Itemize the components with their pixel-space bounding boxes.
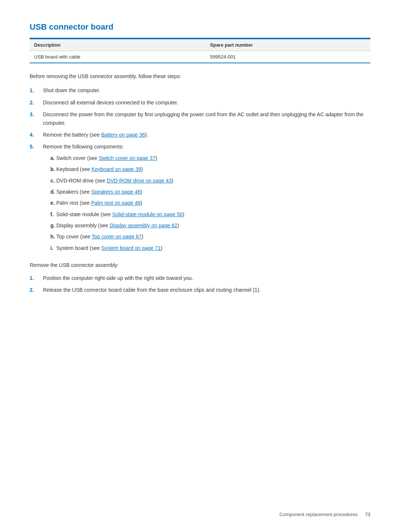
sub-step-content-e: Palm rest (see Palm rest on page 48) xyxy=(56,199,370,207)
display-assembly-link[interactable]: Display assembly on page 62 xyxy=(110,222,177,228)
list-item: d. Speakers (see Speakers on page 46) xyxy=(43,188,370,196)
page-footer: Component replacement procedures 73 xyxy=(280,512,370,517)
system-board-link[interactable]: System board on page 71 xyxy=(101,245,160,251)
footer-page-number: 73 xyxy=(365,512,370,517)
step-number-4: 4. xyxy=(30,131,43,139)
list-item: c. DVD-ROM drive (see DVD-ROM drive on p… xyxy=(43,177,370,185)
table-cell-description: USB board with cable xyxy=(30,51,206,63)
sub-step-letter-g: g. xyxy=(43,221,56,230)
sub-step-content-a: Switch cover (see Switch cover on page 3… xyxy=(56,154,370,162)
palm-rest-link[interactable]: Palm rest on page 48 xyxy=(91,200,140,206)
sub-step-letter-a: a. xyxy=(43,154,56,162)
step-number-2: 2. xyxy=(30,98,43,107)
list-item: i. System board (see System board on pag… xyxy=(43,244,370,252)
list-item: g. Display assembly (see Display assembl… xyxy=(43,221,370,230)
solid-state-link[interactable]: Solid-state module on page 50 xyxy=(112,211,183,217)
list-item: b. Keyboard (see Keyboard on page 39) xyxy=(43,165,370,173)
sub-step-content-h: Top cover (see Top cover on page 67) xyxy=(56,232,370,241)
list-item: e. Palm rest (see Palm rest on page 48) xyxy=(43,199,370,207)
top-cover-link[interactable]: Top cover on page 67 xyxy=(91,234,141,240)
remove-step-content-1: Position the computer right-side up with… xyxy=(43,274,370,282)
list-item: 1. Position the computer right-side up w… xyxy=(30,274,370,282)
sub-step-letter-d: d. xyxy=(43,188,56,196)
table-cell-part-number: 599524-001 xyxy=(206,51,370,63)
sub-step-content-i: System board (see System board on page 7… xyxy=(56,244,370,252)
list-item: 4. Remove the battery (see Battery on pa… xyxy=(30,131,370,139)
sub-step-content-b: Keyboard (see Keyboard on page 39) xyxy=(56,165,370,173)
step-content-2: Disconnect all external devices connecte… xyxy=(43,98,370,107)
list-item: a. Switch cover (see Switch cover on pag… xyxy=(43,154,370,162)
table-col-description: Description xyxy=(30,39,206,51)
sub-step-content-d: Speakers (see Speakers on page 46) xyxy=(56,188,370,196)
remove-step-content-2: Release the USB connector board cable fr… xyxy=(43,286,370,294)
step-content-3: Disconnect the power from the computer b… xyxy=(43,110,370,127)
sub-step-content-c: DVD-ROM drive (see DVD-ROM drive on page… xyxy=(56,177,370,185)
footer-section-label: Component replacement procedures xyxy=(280,512,358,517)
battery-link[interactable]: Battery on page 36 xyxy=(101,132,145,138)
sub-steps-list: a. Switch cover (see Switch cover on pag… xyxy=(43,154,370,252)
sub-step-letter-f: f. xyxy=(43,210,56,218)
step-content-1: Shut down the computer. xyxy=(43,86,370,94)
list-item: 1. Shut down the computer. xyxy=(30,86,370,94)
page-title: USB connector board xyxy=(30,22,370,32)
step-content-4: Remove the battery (see Battery on page … xyxy=(43,131,370,139)
sub-step-letter-b: b. xyxy=(43,165,56,173)
keyboard-link[interactable]: Keyboard on page 39 xyxy=(91,166,141,172)
list-item: h. Top cover (see Top cover on page 67) xyxy=(43,232,370,241)
list-item: 2. Release the USB connector board cable… xyxy=(30,286,370,294)
sub-step-letter-i: i. xyxy=(43,244,56,252)
step-number-1: 1. xyxy=(30,86,43,94)
remove-steps-list: 1. Position the computer right-side up w… xyxy=(30,274,370,294)
sub-step-content-f: Solid-state module (see Solid-state modu… xyxy=(56,210,370,218)
table-col-part-number: Spare part number xyxy=(206,39,370,51)
dvd-rom-link[interactable]: DVD-ROM drive on page 43 xyxy=(107,178,171,184)
sub-step-content-g: Display assembly (see Display assembly o… xyxy=(56,221,370,230)
step-number-3: 3. xyxy=(30,110,43,127)
speakers-link[interactable]: Speakers on page 46 xyxy=(91,189,140,195)
remove-step-number-2: 2. xyxy=(30,286,43,294)
intro-text: Before removing the USB connector assemb… xyxy=(30,72,370,80)
list-item: 3. Disconnect the power from the compute… xyxy=(30,110,370,127)
step-number-5: 5. xyxy=(30,143,43,255)
table-row: USB board with cable 599524-001 xyxy=(30,51,370,63)
step-content-5: Remove the following components: a. Swit… xyxy=(43,143,370,255)
list-item: f. Solid-state module (see Solid-state m… xyxy=(43,210,370,218)
pre-steps-list: 1. Shut down the computer. 2. Disconnect… xyxy=(30,86,370,255)
list-item: 5. Remove the following components: a. S… xyxy=(30,143,370,255)
remove-step-number-1: 1. xyxy=(30,274,43,282)
list-item: 2. Disconnect all external devices conne… xyxy=(30,98,370,107)
sub-step-letter-h: h. xyxy=(43,232,56,241)
remove-section-title: Remove the USB connector assembly: xyxy=(30,261,370,269)
parts-table: Description Spare part number USB board … xyxy=(30,39,370,63)
sub-step-letter-e: e. xyxy=(43,199,56,207)
switch-cover-link[interactable]: Switch cover on page 37 xyxy=(99,155,155,161)
sub-step-letter-c: c. xyxy=(43,177,56,185)
